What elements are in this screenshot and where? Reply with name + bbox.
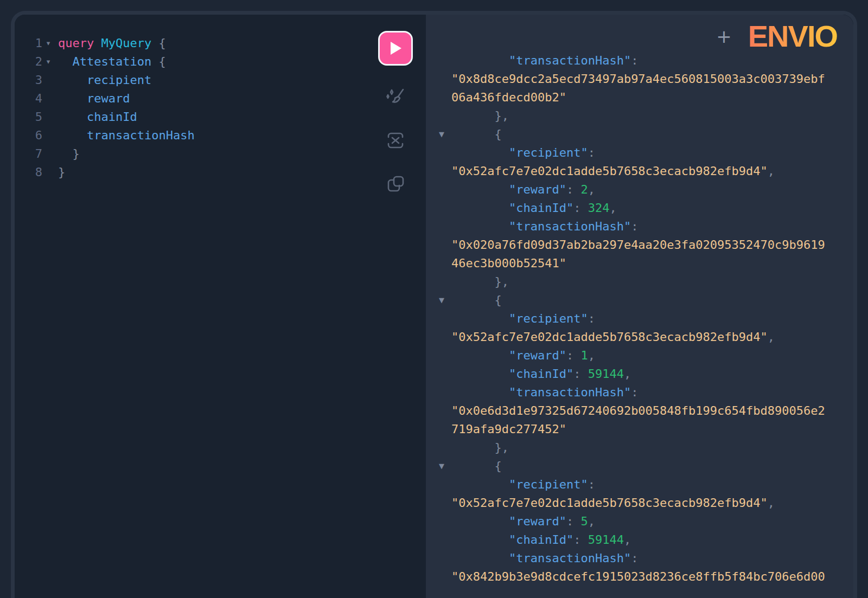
- token-field: reward: [87, 92, 130, 105]
- line-number: 4: [15, 89, 42, 108]
- graphiql-panel: 1▾query MyQuery {2▾ Attestation {3 recip…: [11, 11, 857, 598]
- query-editor[interactable]: 1▾query MyQuery {2▾ Attestation {3 recip…: [15, 15, 426, 598]
- token-str: 46ec3b000b52541": [451, 256, 566, 270]
- token-punc: {: [158, 36, 165, 50]
- result-line: "0x020a76fd09d37ab2ba297e4aa20e3fa020953…: [426, 236, 853, 254]
- token-str: "0x52afc7e7e02dc1adde5b7658c3ecacb982efb…: [451, 164, 768, 178]
- code-text: "transactionHash":: [451, 54, 638, 67]
- fold-spacer: [42, 108, 54, 126]
- fold-spacer: [42, 89, 54, 108]
- editor-line[interactable]: 6 transactionHash: [15, 126, 426, 145]
- result-line: 46ec3b000b52541": [426, 254, 853, 273]
- token-punc: ,: [768, 330, 775, 344]
- fold-toggle-icon[interactable]: ▾: [42, 34, 54, 53]
- execute-query-button[interactable]: [378, 31, 413, 66]
- result-line: "reward": 1,: [426, 346, 853, 365]
- code-text: "chainId": 59144,: [451, 533, 631, 546]
- code-text: "0x52afc7e7e02dc1adde5b7658c3ecacb982efb…: [451, 496, 775, 510]
- token-key: "transactionHash": [509, 220, 631, 233]
- token-punc: :: [588, 146, 595, 159]
- copy-button[interactable]: [385, 172, 406, 196]
- merge-fragments-icon: [385, 130, 406, 151]
- token-punc: },: [494, 109, 509, 123]
- code-text: reward: [58, 89, 130, 108]
- code-text: {: [451, 127, 502, 141]
- token-ws: [58, 110, 87, 124]
- token-ws: [58, 73, 87, 87]
- code-text: "transactionHash":: [451, 220, 638, 233]
- token-key: "transactionHash": [509, 54, 631, 67]
- token-ws: [451, 201, 509, 215]
- code-text: },: [451, 275, 509, 288]
- editor-line[interactable]: 3 recipient: [15, 71, 426, 89]
- token-key: "recipient": [509, 312, 588, 325]
- token-ws: [151, 55, 158, 68]
- token-punc: :: [566, 183, 581, 196]
- editor-line[interactable]: 8}: [15, 163, 426, 182]
- result-line: ▼ {: [426, 125, 853, 144]
- token-str: 719afa9dc277452": [451, 422, 566, 436]
- code-text: },: [451, 109, 509, 123]
- editor-toolbar: [378, 31, 413, 196]
- code-text: "recipient":: [451, 146, 595, 159]
- token-punc: :: [631, 54, 638, 67]
- token-ws: [451, 293, 494, 307]
- code-text: }: [58, 145, 80, 163]
- token-key: "chainId": [509, 533, 573, 546]
- results-header: + ENVIO: [714, 21, 837, 52]
- merge-fragments-button[interactable]: [385, 128, 406, 152]
- editor-line[interactable]: 7 }: [15, 145, 426, 163]
- token-ws: [451, 275, 494, 288]
- editor-line[interactable]: 2▾ Attestation {: [15, 53, 426, 71]
- result-line: 06a436fdecd00b2": [426, 88, 853, 107]
- prettify-button[interactable]: [385, 85, 406, 109]
- token-punc: {: [494, 459, 501, 473]
- line-number: 5: [15, 108, 42, 126]
- fold-toggle-icon[interactable]: ▾: [42, 53, 54, 71]
- token-ws: [451, 220, 509, 233]
- envio-logo: ENVIO: [748, 21, 837, 52]
- token-ws: [451, 183, 509, 196]
- token-ws: [451, 515, 509, 528]
- token-ws: [451, 127, 494, 141]
- line-number: 1: [15, 34, 42, 53]
- code-text: "0x020a76fd09d37ab2ba297e4aa20e3fa020953…: [451, 238, 825, 252]
- query-code[interactable]: 1▾query MyQuery {2▾ Attestation {3 recip…: [15, 15, 426, 182]
- token-ws: [151, 36, 158, 50]
- code-text: "recipient":: [451, 312, 595, 325]
- result-line: "chainId": 59144,: [426, 365, 853, 383]
- add-tab-button[interactable]: +: [714, 27, 734, 46]
- token-punc: :: [631, 220, 638, 233]
- token-str: "0x842b9b3e9d8cdcefc1915023d8236ce8ffb5f…: [451, 570, 825, 583]
- result-line: },: [426, 273, 853, 291]
- token-ws: [451, 551, 509, 565]
- token-punc: :: [573, 201, 588, 215]
- editor-line[interactable]: 4 reward: [15, 89, 426, 108]
- result-line: "transactionHash":: [426, 549, 853, 568]
- result-line: "chainId": 324,: [426, 199, 853, 217]
- token-key: "transactionHash": [509, 385, 631, 399]
- collapse-toggle-icon[interactable]: ▼: [437, 125, 446, 144]
- editor-line[interactable]: 5 chainId: [15, 108, 426, 126]
- token-punc: :: [588, 312, 595, 325]
- token-punc: ,: [588, 349, 595, 362]
- token-str: "0x52afc7e7e02dc1adde5b7658c3ecacb982efb…: [451, 330, 768, 344]
- result-line: "0x0e6d3d1e97325d67240692b005848fb199c65…: [426, 402, 853, 420]
- code-text: query MyQuery {: [58, 34, 166, 53]
- code-text: Attestation {: [58, 53, 166, 71]
- result-line: "0x842b9b3e9d8cdcefc1915023d8236ce8ffb5f…: [426, 568, 853, 586]
- token-ws: [451, 54, 509, 67]
- editor-line[interactable]: 1▾query MyQuery {: [15, 34, 426, 53]
- token-str: 06a436fdecd00b2": [451, 91, 566, 104]
- prettify-broom-icon: [385, 85, 406, 109]
- collapse-toggle-icon[interactable]: ▼: [437, 291, 446, 310]
- code-text: "0x842b9b3e9d8cdcefc1915023d8236ce8ffb5f…: [451, 570, 825, 583]
- response-json: "transactionHash":"0x8d8ce9dcc2a5ecd7349…: [426, 15, 853, 586]
- token-num: 59144: [588, 533, 624, 546]
- collapse-toggle-icon[interactable]: ▼: [437, 457, 446, 475]
- result-line: "transactionHash":: [426, 52, 853, 70]
- code-text: "0x8d8ce9dcc2a5ecd73497ab97a4ec560815003…: [451, 72, 825, 86]
- token-num: 324: [588, 201, 610, 215]
- code-text: }: [58, 163, 65, 182]
- token-key: "recipient": [509, 146, 588, 159]
